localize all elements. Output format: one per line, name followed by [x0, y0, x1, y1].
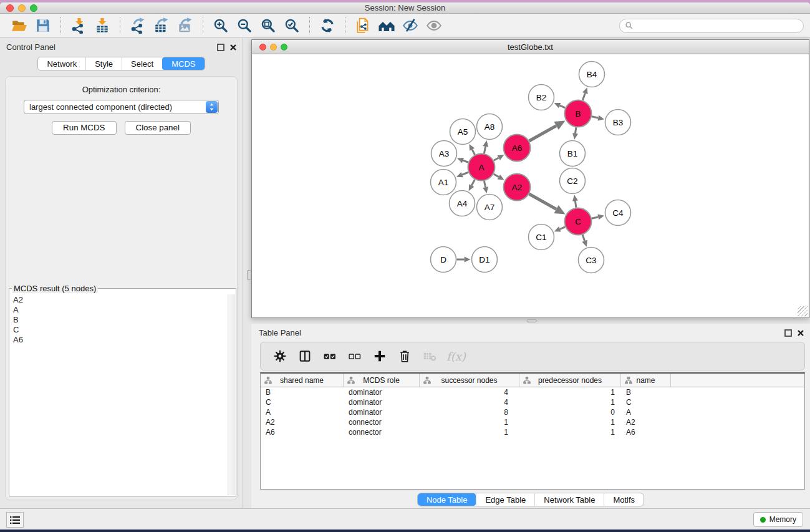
- import-table-icon[interactable]: [93, 16, 112, 35]
- vertical-splitter-handle[interactable]: [247, 270, 251, 280]
- search-input[interactable]: [636, 21, 798, 30]
- add-column-icon[interactable]: [371, 347, 388, 365]
- mcds-result-list[interactable]: A2ABCA6: [9, 294, 227, 496]
- export-network-icon[interactable]: [128, 16, 147, 35]
- run-mcds-button[interactable]: Run MCDS: [52, 121, 116, 135]
- dropdown-stepper-icon: [206, 101, 218, 113]
- column-header-MCDS-role[interactable]: MCDS role: [344, 374, 420, 387]
- cell: dominator: [344, 407, 420, 417]
- zoom-fit-icon[interactable]: [259, 16, 277, 35]
- result-item[interactable]: C: [13, 325, 223, 335]
- cell: connector: [344, 427, 420, 437]
- edge-C-C2[interactable]: [575, 201, 576, 208]
- edge-A-A4[interactable]: [471, 180, 475, 186]
- tab-network[interactable]: Network: [38, 57, 85, 70]
- cell: 1: [420, 417, 519, 427]
- memory-button[interactable]: Memory: [753, 512, 803, 527]
- column-header-predecessor-nodes[interactable]: predecessor nodes: [519, 374, 621, 387]
- result-item[interactable]: A6: [13, 335, 223, 345]
- table-row[interactable]: Adominator80A: [261, 407, 804, 417]
- app-titlebar[interactable]: Session: New Session: [0, 2, 810, 14]
- table-row[interactable]: Cdominator41C: [261, 397, 804, 407]
- edge-A-A1[interactable]: [462, 172, 468, 175]
- result-item[interactable]: A: [13, 305, 223, 315]
- network-view-window: testGlobe.txt AA1A2A3A4A5A6A7A8BB1B2B3B4…: [251, 39, 809, 318]
- zoom-out-icon[interactable]: [235, 16, 254, 35]
- tab-motifs[interactable]: Motifs: [604, 493, 644, 506]
- edge-A-A2[interactable]: [494, 174, 499, 177]
- table-row[interactable]: Bdominator41B: [261, 387, 804, 397]
- zoom-in-icon[interactable]: [211, 16, 230, 35]
- tree-icon: [423, 377, 431, 384]
- save-session-icon[interactable]: [34, 16, 52, 35]
- resize-grip[interactable]: [798, 306, 808, 316]
- export-table-icon[interactable]: [152, 16, 171, 35]
- new-network-from-selection-icon[interactable]: [354, 16, 372, 35]
- tab-node-table[interactable]: Node Table: [418, 493, 476, 506]
- node-table: shared nameMCDS rolesuccessor nodesprede…: [260, 372, 805, 490]
- close-panel-icon[interactable]: [229, 43, 237, 51]
- column-header-shared-name[interactable]: shared name: [261, 374, 344, 387]
- table-settings-icon[interactable]: [271, 347, 289, 365]
- toggle-columns-icon[interactable]: [296, 347, 314, 365]
- table-body: Bdominator41BCdominator41CAdominator80AA…: [261, 387, 804, 437]
- edge-A-A7[interactable]: [484, 181, 485, 187]
- edge-B-B4[interactable]: [582, 94, 585, 100]
- network-window-titlebar[interactable]: testGlobe.txt: [252, 40, 809, 54]
- table-row[interactable]: A6connector11A6: [261, 427, 804, 437]
- toolbar-separator: [60, 17, 61, 34]
- column-header-name[interactable]: name: [621, 374, 671, 387]
- import-network-icon[interactable]: [69, 16, 88, 35]
- select-all-checkboxes-icon[interactable]: [321, 347, 339, 365]
- edge-A-A5[interactable]: [472, 150, 475, 155]
- edge-A-A8[interactable]: [484, 147, 485, 153]
- result-scrollbar[interactable]: [228, 294, 235, 495]
- float-table-panel-icon[interactable]: [784, 329, 792, 337]
- cell: A2: [621, 417, 671, 427]
- search-box[interactable]: [619, 19, 804, 33]
- table-row[interactable]: A2connector11A2: [261, 417, 804, 427]
- tab-network-table[interactable]: Network Table: [534, 493, 604, 506]
- task-history-button[interactable]: [6, 512, 24, 528]
- show-all-icon[interactable]: [425, 16, 443, 35]
- edge-A-A3[interactable]: [463, 160, 468, 162]
- close-panel-button[interactable]: Close panel: [125, 121, 191, 135]
- result-item[interactable]: B: [13, 315, 223, 325]
- edge-A-A6[interactable]: [494, 158, 499, 160]
- table-tabs: Node TableEdge TableNetwork TableMotifs: [417, 493, 644, 506]
- export-image-icon[interactable]: [176, 16, 195, 35]
- column-label: MCDS role: [363, 376, 400, 385]
- hide-selected-icon[interactable]: [401, 16, 420, 35]
- deselect-all-checkboxes-icon[interactable]: [346, 347, 364, 365]
- toolbar-separator: [309, 17, 310, 34]
- edge-A2-C[interactable]: [529, 194, 556, 209]
- cell: A: [261, 407, 344, 417]
- edge-C-C4[interactable]: [592, 217, 598, 218]
- node-label-D1: D1: [479, 255, 489, 264]
- edge-C-C3[interactable]: [582, 235, 584, 241]
- column-header-successor-nodes[interactable]: successor nodes: [420, 374, 519, 387]
- edge-B-B1[interactable]: [576, 127, 576, 133]
- horizontal-splitter-handle[interactable]: [527, 319, 537, 322]
- cell: C: [621, 397, 671, 407]
- edge-A6-B[interactable]: [529, 126, 556, 141]
- refresh-layout-icon[interactable]: [318, 16, 337, 35]
- open-file-icon[interactable]: [10, 16, 29, 35]
- tab-edge-table[interactable]: Edge Table: [476, 493, 534, 506]
- network-title: testGlobe.txt: [252, 40, 809, 54]
- edge-B-B3[interactable]: [592, 117, 598, 118]
- optimization-criterion-select[interactable]: largest connected component (directed): [24, 100, 219, 114]
- close-table-panel-icon[interactable]: [796, 329, 804, 337]
- edge-B-B2[interactable]: [560, 105, 566, 108]
- tab-select[interactable]: Select: [122, 57, 162, 70]
- edge-C-C1[interactable]: [560, 227, 565, 230]
- zoom-selected-icon[interactable]: [282, 16, 301, 35]
- result-item[interactable]: A2: [13, 295, 223, 305]
- network-canvas[interactable]: AA1A2A3A4A5A6A7A8BB1B2B3B4CC1C2C3C4DD1: [252, 54, 809, 317]
- first-neighbors-icon[interactable]: [377, 16, 396, 35]
- float-panel-icon[interactable]: [216, 43, 224, 51]
- tab-style[interactable]: Style: [85, 57, 122, 70]
- delete-column-icon[interactable]: [396, 347, 413, 365]
- tab-mcds[interactable]: MCDS: [162, 57, 204, 70]
- cell: 1: [519, 427, 621, 437]
